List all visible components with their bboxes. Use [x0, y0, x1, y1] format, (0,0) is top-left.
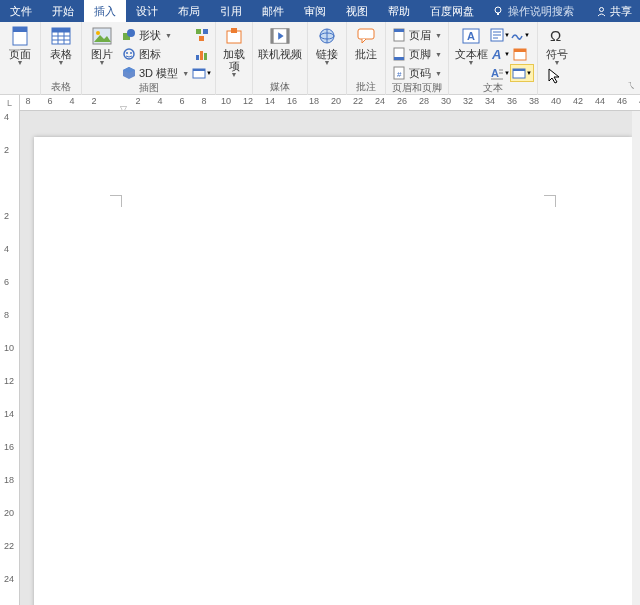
group-pages: 页面 ▼	[0, 22, 41, 95]
svg-point-13	[96, 31, 100, 35]
3d-models-button[interactable]: 3D 模型▼	[119, 64, 192, 82]
signature-icon	[510, 28, 524, 42]
pictures-button[interactable]: 图片 ▼	[85, 24, 119, 66]
table-icon	[51, 26, 71, 46]
svg-text:#: #	[397, 70, 402, 79]
group-addins: 加载 项 ▼	[216, 22, 253, 95]
table-button[interactable]: 表格 ▼	[44, 24, 78, 66]
tab-insert[interactable]: 插入	[84, 0, 126, 22]
wordart-icon: A	[490, 47, 504, 61]
addins-button[interactable]: 加载 项 ▼	[219, 24, 249, 78]
smartart-button[interactable]	[192, 26, 212, 44]
tab-help[interactable]: 帮助	[378, 0, 420, 22]
svg-text:A: A	[491, 47, 501, 61]
group-symbols: Ω 符号 ▼	[538, 22, 576, 95]
indent-marker[interactable]: ▽	[120, 104, 127, 111]
svg-rect-37	[394, 29, 404, 32]
ruler-area: L ▽ 864224681012141618202224262830323436…	[0, 95, 640, 111]
page[interactable]	[34, 137, 632, 605]
svg-point-15	[127, 29, 135, 37]
margin-marker-tl	[110, 195, 122, 207]
header-button[interactable]: 页眉▼	[389, 26, 445, 44]
object-icon	[512, 66, 526, 80]
svg-rect-1	[497, 13, 499, 15]
svg-text:A: A	[491, 67, 499, 79]
textbox-button[interactable]: A 文本框 ▼	[452, 24, 490, 66]
svg-point-2	[600, 7, 604, 11]
wordart-button[interactable]: A▼	[490, 45, 510, 63]
person-icon	[596, 6, 607, 17]
link-button[interactable]: 链接 ▼	[311, 24, 343, 66]
header-icon	[392, 28, 406, 42]
svg-rect-50	[514, 49, 526, 52]
cover-page-button[interactable]: 页面 ▼	[3, 24, 37, 66]
pagenumber-button[interactable]: # 页码▼	[389, 64, 445, 82]
addins-icon	[224, 26, 244, 46]
chart-icon	[195, 47, 209, 61]
quickparts-button[interactable]: ▼	[490, 26, 510, 44]
svg-rect-11	[52, 28, 70, 32]
tab-home[interactable]: 开始	[42, 0, 84, 22]
online-video-button[interactable]: 联机视频	[256, 24, 304, 60]
comment-button[interactable]: 批注	[350, 24, 382, 60]
vertical-scrollbar[interactable]	[632, 111, 640, 605]
comment-icon	[356, 26, 376, 46]
menu-bar: 文件 开始 插入 设计 布局 引用 邮件 审阅 视图 帮助 百度网盘 操作说明搜…	[0, 0, 640, 22]
screenshot-icon	[192, 66, 206, 80]
cube-icon	[122, 66, 136, 80]
icons-button[interactable]: 图标	[119, 45, 192, 63]
smartart-icon	[195, 28, 209, 42]
share-button[interactable]: 共享	[588, 4, 640, 19]
tab-view[interactable]: 视图	[336, 0, 378, 22]
tellme-search[interactable]: 操作说明搜索	[508, 4, 574, 19]
svg-point-18	[130, 52, 132, 54]
omega-icon: Ω	[547, 26, 567, 46]
document-canvas[interactable]	[20, 111, 640, 605]
svg-text:A: A	[467, 30, 475, 42]
dropcap-button[interactable]: A▼	[490, 64, 510, 82]
svg-rect-21	[199, 36, 204, 41]
tab-baidu[interactable]: 百度网盘	[420, 0, 484, 22]
collapse-ribbon-icon[interactable]: ㄟ	[627, 79, 636, 92]
datetime-icon	[513, 47, 527, 61]
quickparts-icon	[490, 28, 504, 42]
datetime-button[interactable]	[510, 45, 530, 63]
textbox-icon: A	[461, 26, 481, 46]
group-tables: 表格 ▼ 表格	[41, 22, 82, 95]
group-links: 链接 ▼	[308, 22, 347, 95]
svg-rect-20	[203, 29, 208, 34]
tab-design[interactable]: 设计	[126, 0, 168, 22]
footer-button[interactable]: 页脚▼	[389, 45, 445, 63]
ribbon: 页面 ▼ 表格 ▼ 表格 图片 ▼ 形状▼	[0, 22, 640, 95]
signature-button[interactable]: ▼	[510, 26, 530, 44]
svg-rect-39	[394, 57, 404, 60]
video-icon	[270, 26, 290, 46]
chart-button[interactable]	[192, 45, 212, 63]
horizontal-ruler[interactable]: ▽ 86422468101214161820222426283032343638…	[20, 95, 640, 111]
svg-rect-19	[196, 29, 201, 34]
symbol-button[interactable]: Ω 符号 ▼	[541, 24, 573, 66]
link-icon	[317, 26, 337, 46]
svg-rect-30	[271, 29, 274, 44]
tab-layout[interactable]: 布局	[168, 0, 210, 22]
share-label: 共享	[610, 4, 632, 19]
svg-rect-31	[286, 29, 289, 44]
screenshot-button[interactable]: ▼	[192, 64, 212, 82]
svg-rect-4	[13, 27, 27, 32]
vertical-ruler[interactable]: 4224681012141618202224	[0, 111, 20, 605]
group-text: A 文本框 ▼ ▼ ▼ A▼ A▼ ▼ 文本	[449, 22, 538, 95]
object-button[interactable]: ▼	[510, 64, 534, 82]
tab-mailings[interactable]: 邮件	[252, 0, 294, 22]
tab-references[interactable]: 引用	[210, 0, 252, 22]
shapes-button[interactable]: 形状▼	[119, 26, 192, 44]
svg-point-17	[126, 52, 128, 54]
group-illustrations: 图片 ▼ 形状▼ 图标 3D 模型▼ ▼	[82, 22, 216, 95]
svg-rect-56	[513, 69, 525, 71]
svg-text:Ω: Ω	[550, 27, 561, 44]
svg-rect-24	[204, 53, 207, 60]
tab-file[interactable]: 文件	[0, 0, 42, 22]
shapes-icon	[122, 28, 136, 42]
svg-rect-26	[193, 69, 205, 71]
tab-review[interactable]: 审阅	[294, 0, 336, 22]
margin-marker-tr	[544, 195, 556, 207]
